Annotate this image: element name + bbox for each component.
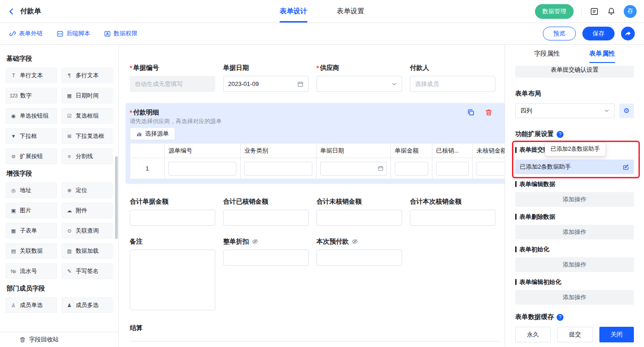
share-button[interactable] bbox=[621, 27, 635, 40]
total-input[interactable] bbox=[410, 210, 495, 226]
palette-field-item[interactable]: ✎ 手写签名 bbox=[62, 263, 113, 279]
field-recycle-bin[interactable]: 字段回收站 bbox=[0, 332, 118, 347]
palette-scrollbar[interactable] bbox=[115, 156, 118, 239]
palette-field-item[interactable]: ♙ 成员单选 bbox=[6, 297, 57, 313]
palette-field-item[interactable]: ▼ 下拉框 bbox=[6, 128, 57, 144]
preview-button[interactable]: 预览 bbox=[543, 27, 576, 40]
payer-input[interactable]: 选择成员 bbox=[410, 76, 495, 92]
palette-field-item[interactable]: ▦ 子表单 bbox=[6, 223, 57, 239]
help-icon[interactable]: ? bbox=[557, 131, 564, 138]
remark-textarea[interactable] bbox=[130, 250, 215, 310]
palette-field-item[interactable]: № 流水号 bbox=[6, 263, 57, 279]
palette-field-item[interactable]: ⊕ 定位 bbox=[62, 182, 113, 198]
palette-field-item[interactable]: 123 数字 bbox=[6, 88, 57, 103]
total-field: 合计本次核销金额 bbox=[410, 198, 495, 226]
bar-chart-icon bbox=[136, 131, 142, 137]
palette-field-item[interactable]: ♟ 成员多选 bbox=[62, 297, 113, 313]
backend-script-link[interactable]: 后端脚本 bbox=[57, 29, 90, 38]
copy-icon[interactable] bbox=[467, 108, 475, 116]
layout-select[interactable]: 四列 bbox=[515, 103, 615, 118]
form-external-link[interactable]: 表单外链 bbox=[9, 29, 43, 38]
col-header-biz-type: 业务类别 bbox=[241, 143, 316, 158]
data-permission-link[interactable]: 数据权限 bbox=[104, 29, 138, 38]
eye-off-icon[interactable] bbox=[351, 238, 358, 245]
palette-field-item[interactable]: ☑ 复选框组 bbox=[62, 108, 113, 124]
palette-field-item[interactable]: T 单行文本 bbox=[6, 68, 57, 83]
edit-icon[interactable] bbox=[622, 164, 629, 171]
palette-field-item[interactable]: ≡ 分割线 bbox=[62, 148, 113, 164]
field-type-icon: 123 bbox=[10, 93, 17, 98]
doc-no-input[interactable]: 自动生成无需填写 bbox=[130, 76, 215, 92]
doc-date-input[interactable]: 2023-01-09 bbox=[223, 76, 309, 92]
field-type-label: 子表单 bbox=[20, 227, 37, 235]
tab-field-props[interactable]: 字段属性 bbox=[534, 45, 560, 63]
submit-confirm-settings-button[interactable]: 表单提交确认设置 bbox=[515, 66, 634, 78]
user-avatar[interactable]: 存 bbox=[624, 5, 637, 18]
cache-option-permanent[interactable]: 永久 bbox=[515, 327, 551, 342]
field-remark: 备注 bbox=[130, 238, 215, 310]
palette-field-item[interactable]: ◎ 地址 bbox=[6, 182, 57, 198]
palette-field-item[interactable]: ⊞ 下拉复选框 bbox=[62, 128, 113, 144]
back-button[interactable] bbox=[7, 7, 16, 16]
palette-field-item[interactable]: ☁ 附件 bbox=[62, 203, 113, 218]
palette-field-item[interactable]: ▥ 数据加载 bbox=[62, 243, 113, 259]
palette-field-item[interactable]: ◉ 单选按钮组 bbox=[6, 108, 57, 124]
eye-off-icon[interactable] bbox=[252, 238, 259, 245]
section-heading: 表单删除数据 bbox=[515, 212, 634, 221]
data-manage-button[interactable]: 数据管理 bbox=[535, 4, 574, 19]
gear-icon: ⚙ bbox=[623, 107, 629, 115]
total-field: 合计未核销金额 bbox=[316, 198, 402, 226]
app-window-icon[interactable] bbox=[590, 7, 599, 16]
recycle-bin-icon bbox=[19, 336, 26, 343]
tab-form-props[interactable]: 表单属性 bbox=[589, 45, 615, 63]
add-operation-button[interactable]: 添加操作 bbox=[515, 290, 634, 305]
palette-field-item[interactable]: ▣ 图片 bbox=[6, 203, 57, 218]
select-source-button[interactable]: 选择源单 bbox=[130, 127, 175, 140]
prepay-input[interactable] bbox=[316, 250, 402, 266]
palette-field-item[interactable]: ▦ 日期时间 bbox=[62, 88, 113, 103]
field-type-label: 成员多选 bbox=[76, 301, 99, 309]
add-operation-button[interactable]: 添加操作 bbox=[515, 225, 634, 239]
cell-input-doc-amount[interactable] bbox=[395, 162, 428, 176]
field-type-label: 图片 bbox=[20, 207, 31, 215]
delete-icon[interactable] bbox=[485, 108, 493, 116]
cell-input-source-no[interactable] bbox=[168, 162, 236, 176]
cache-option-submit[interactable]: 提交 bbox=[557, 327, 592, 342]
field-type-label: 定位 bbox=[76, 187, 87, 194]
layout-settings-button[interactable]: ⚙ bbox=[619, 103, 634, 118]
field-type-icon: ⊜ bbox=[10, 154, 17, 159]
section-heading: 表单编辑初始化 bbox=[515, 278, 634, 286]
palette-field-item[interactable]: ¶ 多行文本 bbox=[62, 68, 113, 83]
help-icon[interactable]: ? bbox=[557, 314, 564, 321]
cell-input-verified[interactable] bbox=[436, 162, 469, 176]
notification-bell-icon[interactable] bbox=[607, 7, 616, 16]
cell-input-doc-date[interactable] bbox=[320, 162, 387, 176]
tab-form-design[interactable]: 表单设计 bbox=[280, 0, 307, 23]
add-operation-button[interactable]: 添加操作 bbox=[515, 192, 634, 207]
total-input[interactable] bbox=[130, 210, 215, 226]
palette-field-item[interactable]: ⊜ 扩展按钮 bbox=[6, 148, 57, 164]
save-button[interactable]: 保存 bbox=[582, 27, 615, 40]
supplier-select[interactable] bbox=[316, 76, 402, 92]
field-type-label: 下拉复选框 bbox=[76, 132, 105, 140]
palette-field-item[interactable]: ⊙ 关联查询 bbox=[62, 223, 113, 239]
total-input[interactable] bbox=[223, 210, 309, 226]
script-icon bbox=[57, 30, 63, 37]
field-type-label: 日期时间 bbox=[76, 92, 99, 100]
cell-input-biz-type[interactable] bbox=[244, 162, 312, 176]
props-sections: 表单编辑数据 添加操作 表单删除数据 添加操作 表单初始化 添加操作 表单编辑初… bbox=[515, 180, 634, 305]
field-type-label: 数字 bbox=[20, 92, 32, 100]
field-type-icon: ☑ bbox=[66, 113, 73, 119]
calendar-icon bbox=[378, 165, 384, 171]
total-input[interactable] bbox=[316, 210, 402, 226]
props-section: 表单编辑初始化 添加操作 bbox=[515, 278, 634, 305]
cell-input-unverified[interactable] bbox=[477, 162, 505, 176]
data-assistant-row[interactable]: 已添加2条数据助手 bbox=[515, 159, 634, 174]
add-operation-button[interactable]: 添加操作 bbox=[515, 257, 634, 272]
palette-field-item[interactable]: ▤ 关联数据 bbox=[6, 243, 57, 259]
discount-input[interactable] bbox=[223, 250, 309, 266]
field-type-icon: ▣ bbox=[10, 208, 17, 214]
palette-grid-enhanced: ◎ 地址 ⊕ 定位 ▣ 图片 ☁ 附件 bbox=[6, 182, 113, 279]
tab-form-settings[interactable]: 表单设置 bbox=[337, 0, 364, 23]
cache-option-close[interactable]: 关闭 bbox=[599, 327, 634, 342]
